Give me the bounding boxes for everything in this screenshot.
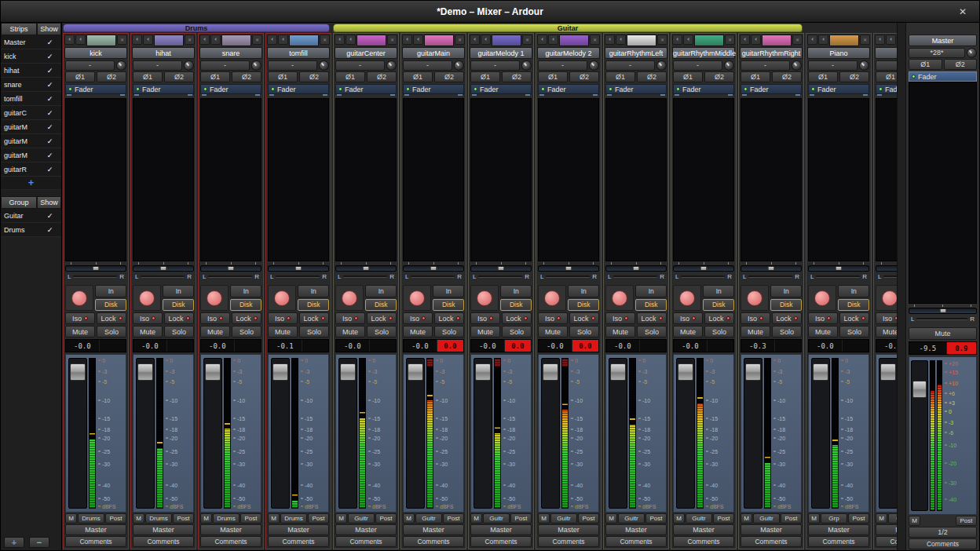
strip-height-button[interactable]: ⏴ — [481, 35, 491, 45]
trim-button[interactable]: - — [470, 60, 520, 71]
trim-button[interactable]: - — [876, 60, 897, 71]
fader-handle[interactable] — [813, 363, 828, 381]
solo-button[interactable]: Solo — [434, 326, 464, 338]
pan-control[interactable]: L R — [538, 262, 599, 284]
monitor-input-button[interactable]: In — [95, 285, 126, 297]
visibility-checkmark[interactable]: ✓ — [38, 109, 61, 117]
visibility-checkmark[interactable]: ✓ — [38, 212, 61, 220]
trim-button[interactable]: - — [740, 60, 790, 71]
monitor-input-button[interactable]: In — [635, 285, 667, 297]
visibility-checkmark[interactable]: ✓ — [38, 137, 61, 145]
trim-knob[interactable] — [859, 60, 869, 71]
trim-knob[interactable] — [521, 60, 532, 71]
fader-handle[interactable] — [880, 363, 896, 381]
group-button[interactable]: Guitr — [415, 513, 442, 524]
strip-name-button[interactable]: guitarRhythmLeft — [605, 47, 667, 59]
gain-fader[interactable] — [879, 358, 897, 509]
phase-1-button[interactable]: Ø1 — [268, 71, 298, 82]
trim-button[interactable]: - — [133, 60, 182, 71]
gain-fader[interactable] — [203, 358, 222, 509]
group-button[interactable]: Guitr — [348, 513, 375, 524]
metering-button[interactable]: M — [673, 513, 685, 524]
peak-display[interactable] — [302, 340, 328, 352]
output-button[interactable]: Master — [335, 524, 397, 535]
monitor-disk-button[interactable]: Disk — [703, 299, 734, 312]
vertical-scrollbar[interactable] — [897, 23, 906, 551]
trim-knob[interactable] — [386, 60, 397, 71]
phase-2-button[interactable]: Ø2 — [772, 71, 802, 82]
group-button[interactable]: Guitr — [686, 513, 712, 524]
processor-box[interactable] — [876, 98, 897, 261]
solo-isolate-button[interactable]: Iso — [133, 312, 163, 324]
metering-button[interactable]: M — [808, 513, 820, 524]
peak-display[interactable] — [707, 340, 733, 352]
gain-fader[interactable] — [541, 358, 560, 509]
processor-box[interactable] — [538, 98, 599, 261]
phase-2-button[interactable]: Ø2 — [502, 71, 532, 82]
sidebar-strip-row[interactable]: guitarM✓ — [1, 120, 61, 134]
solo-button[interactable]: Solo — [164, 326, 194, 338]
trim-button[interactable]: - — [538, 60, 587, 71]
strip-name-button[interactable]: guitarMelody 2 — [537, 47, 600, 59]
strips-column-header[interactable]: Strips — [1, 23, 37, 35]
strip-hide-button[interactable]: ✕ — [117, 35, 127, 45]
group-tab-drums[interactable]: Drums — [63, 24, 330, 32]
record-arm-button[interactable] — [679, 290, 695, 306]
record-arm-button[interactable] — [409, 290, 425, 306]
window-close-button[interactable]: ✕ — [954, 5, 971, 18]
master-mute-button[interactable]: Mute — [909, 327, 977, 340]
processor-box[interactable] — [65, 98, 126, 261]
pan-control[interactable]: L R — [403, 262, 464, 284]
pan-control[interactable]: L R — [268, 262, 329, 284]
fader-handle[interactable] — [475, 363, 491, 381]
solo-isolate-button[interactable]: Iso — [538, 312, 568, 324]
strip-height-button[interactable]: ⏴ — [413, 35, 423, 45]
peak-display[interactable] — [842, 340, 868, 352]
processor-active-led[interactable] — [744, 87, 748, 91]
fader-handle[interactable] — [912, 381, 927, 398]
fader-processor[interactable]: Fader — [200, 84, 261, 94]
record-arm-button[interactable] — [612, 290, 627, 306]
trim-knob[interactable] — [454, 60, 464, 71]
comments-button[interactable]: Comments — [538, 536, 599, 547]
fader-handle[interactable] — [205, 363, 221, 381]
processor-box[interactable] — [740, 98, 802, 261]
fader-handle[interactable] — [272, 363, 288, 381]
gain-fader[interactable] — [744, 358, 762, 509]
strip-width-button[interactable]: ⏴ — [672, 35, 682, 45]
comments-button[interactable]: Comments — [403, 536, 464, 547]
strip-hide-button[interactable]: ✕ — [792, 35, 803, 45]
pan-track[interactable] — [876, 265, 897, 272]
add-strip-button[interactable]: + — [1, 177, 61, 190]
solo-button[interactable]: Solo — [97, 326, 126, 338]
trim-knob[interactable] — [184, 60, 194, 71]
processor-active-led[interactable] — [879, 87, 883, 91]
pan-track[interactable] — [133, 265, 194, 272]
processor-active-led[interactable] — [271, 87, 275, 91]
fader-processor[interactable]: Fader — [65, 84, 126, 94]
processor-active-led[interactable] — [136, 87, 140, 91]
trim-knob[interactable] — [319, 60, 329, 71]
master-gain-display[interactable]: -9.5 — [909, 342, 946, 354]
mute-button[interactable]: Mute — [65, 326, 95, 338]
meter-point-button[interactable]: Post — [781, 513, 802, 524]
master-meter-point-button[interactable]: Post — [956, 516, 977, 526]
processor-box[interactable] — [605, 98, 667, 261]
metering-button[interactable]: M — [268, 513, 280, 524]
phase-2-button[interactable]: Ø2 — [232, 71, 261, 82]
fader-processor[interactable]: Fader — [470, 84, 532, 94]
strip-name-button[interactable]: guitarMelody 1 — [470, 47, 532, 59]
monitor-input-button[interactable]: In — [703, 285, 734, 297]
monitor-input-button[interactable]: In — [298, 285, 329, 297]
fader-processor[interactable]: Fader — [133, 84, 194, 94]
strip-color-bar[interactable] — [492, 35, 521, 46]
output-button[interactable]: Master — [876, 524, 897, 535]
monitor-disk-button[interactable]: Disk — [635, 299, 667, 312]
peak-display[interactable] — [234, 340, 261, 352]
processor-active-led[interactable] — [338, 87, 342, 91]
meter-point-button[interactable]: Post — [510, 513, 532, 524]
pan-handle[interactable] — [565, 266, 572, 271]
solo-lock-button[interactable]: Lock — [299, 312, 329, 324]
meter-point-button[interactable]: Post — [443, 513, 464, 524]
gain-fader[interactable] — [811, 358, 830, 509]
